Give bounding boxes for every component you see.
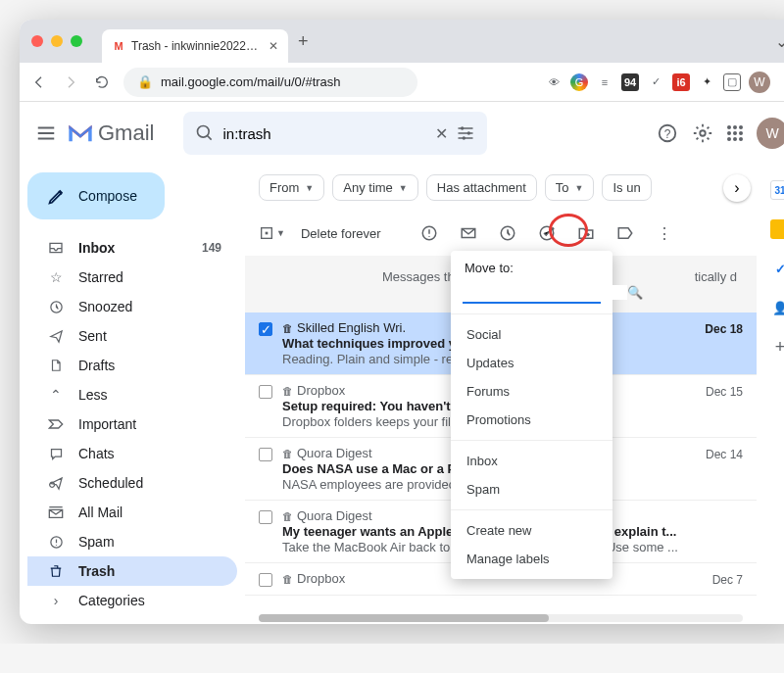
keep-icon[interactable] <box>770 219 784 239</box>
move-option-forums[interactable]: Forums <box>451 377 612 406</box>
sidebar-item-scheduled[interactable]: Scheduled <box>27 468 237 498</box>
fullscreen-window-button[interactable] <box>71 35 82 47</box>
settings-icon[interactable] <box>692 122 713 144</box>
add-task-button[interactable] <box>530 216 564 250</box>
sidebar-item-drafts[interactable]: Drafts <box>27 351 237 380</box>
filter-from[interactable]: From▼ <box>259 174 324 201</box>
sidebar-item-starred[interactable]: ☆Starred <box>27 263 237 292</box>
counter-extension-icon[interactable]: 94 <box>621 73 639 91</box>
reload-button[interactable] <box>92 74 112 90</box>
extensions-puzzle-icon[interactable]: ✦ <box>698 73 715 91</box>
email-checkbox[interactable] <box>259 510 272 524</box>
sidebar-item-managelabels[interactable]: Manage labels <box>27 615 237 624</box>
sidebar-item-snoozed[interactable]: Snoozed <box>27 292 237 321</box>
close-window-button[interactable] <box>31 35 43 47</box>
sidebar-item-sent[interactable]: Sent <box>27 321 237 351</box>
scrollbar-thumb[interactable] <box>259 614 549 622</box>
sidebar-item-allmail[interactable]: All Mail <box>27 498 237 527</box>
back-button[interactable] <box>29 74 49 90</box>
important-icon <box>47 418 65 430</box>
search-options-icon[interactable] <box>456 123 475 143</box>
main-menu-icon[interactable] <box>35 122 57 144</box>
select-all-checkbox[interactable]: ▼ <box>259 225 285 241</box>
trash-icon: 🗑 <box>282 448 293 459</box>
close-tab-icon[interactable]: ✕ <box>269 39 278 53</box>
google-extension-icon[interactable]: G <box>570 73 588 91</box>
email-checkbox[interactable] <box>259 448 272 461</box>
report-spam-button[interactable] <box>413 216 446 250</box>
horizontal-scrollbar[interactable] <box>259 614 743 622</box>
filter-anytime[interactable]: Any time▼ <box>332 174 418 201</box>
search-icon <box>195 123 215 143</box>
trash-icon <box>47 563 65 579</box>
pencil-icon <box>47 186 67 206</box>
forward-button[interactable] <box>61 74 80 90</box>
tab-title: Trash - inkwinnie2022@gmail.c <box>131 39 263 53</box>
move-to-button[interactable] <box>569 216 603 250</box>
move-option-create[interactable]: Create new <box>451 516 612 545</box>
chevron-down-icon: ▼ <box>575 183 584 193</box>
minimize-window-button[interactable] <box>51 35 63 47</box>
svg-point-1 <box>461 126 464 129</box>
svg-point-6 <box>700 130 706 136</box>
more-button[interactable]: ⋮ <box>648 216 681 250</box>
contacts-icon[interactable]: 👤 <box>770 298 784 317</box>
tab-strip: M Trash - inkwinnie2022@gmail.c ✕ <box>102 20 288 63</box>
move-option-inbox[interactable]: Inbox <box>451 447 612 475</box>
gear-icon <box>47 623 65 625</box>
chevron-down-icon: ▼ <box>305 183 314 193</box>
sidebar-item-categories[interactable]: ›Categories <box>27 586 237 615</box>
move-option-manage[interactable]: Manage labels <box>451 545 612 573</box>
account-avatar[interactable]: W <box>757 118 784 149</box>
gmail-logo[interactable]: Gmail <box>67 120 154 146</box>
trash-icon: 🗑 <box>282 322 293 334</box>
email-checkbox[interactable] <box>259 385 272 399</box>
labels-button[interactable] <box>609 216 642 250</box>
move-option-promotions[interactable]: Promotions <box>451 406 612 434</box>
filter-bar: From▼ Any time▼ Has attachment To▼ Is un… <box>245 165 757 211</box>
sidebar-item-trash[interactable]: Trash <box>27 556 237 586</box>
window-menu-icon[interactable]: ⌄ <box>775 32 784 51</box>
support-icon[interactable]: ? <box>657 122 678 144</box>
email-checkbox[interactable] <box>259 573 272 587</box>
search-input[interactable] <box>222 125 427 142</box>
calendar-icon[interactable]: 31 <box>770 180 784 200</box>
filter-isunread[interactable]: Is un <box>602 174 651 201</box>
compose-button[interactable]: Compose <box>27 172 165 219</box>
delete-forever-button[interactable]: Delete forever <box>291 226 391 241</box>
tasks-icon[interactable]: ✓ <box>770 259 784 278</box>
browser-tab[interactable]: M Trash - inkwinnie2022@gmail.c ✕ <box>102 29 288 63</box>
sidebar-item-chats[interactable]: Chats <box>27 439 237 468</box>
move-option-spam[interactable]: Spam <box>451 475 612 504</box>
scheduled-icon <box>47 476 65 491</box>
popover-search[interactable]: 🔍 <box>463 283 601 304</box>
email-checkbox[interactable]: ✓ <box>259 322 272 336</box>
mark-read-button[interactable] <box>452 216 485 250</box>
eye-extension-icon[interactable]: 👁 <box>545 73 563 91</box>
new-tab-button[interactable]: + <box>298 31 309 52</box>
browser-menu-icon[interactable]: ⋮ <box>778 72 784 91</box>
google-apps-icon[interactable] <box>727 125 743 141</box>
sidebar-item-spam[interactable]: Spam <box>27 527 237 556</box>
sidebar: Compose Inbox149 ☆Starred Snoozed Sent D… <box>20 165 245 624</box>
url-bar[interactable]: 🔒 mail.google.com/mail/u/0/#trash <box>123 68 417 97</box>
checklist-extension-icon[interactable]: ✓ <box>647 73 664 91</box>
red-extension-icon[interactable]: i6 <box>672 73 690 91</box>
clear-search-icon[interactable]: ✕ <box>435 124 448 143</box>
popover-search-input[interactable] <box>463 285 627 300</box>
filters-scroll-right[interactable]: › <box>723 174 751 202</box>
sidebar-item-important[interactable]: Important <box>27 409 237 439</box>
search-bar[interactable]: ✕ <box>183 112 487 155</box>
filter-to[interactable]: To▼ <box>545 174 595 201</box>
filter-hasattachment[interactable]: Has attachment <box>426 174 537 201</box>
sidebar-item-inbox[interactable]: Inbox149 <box>27 233 237 263</box>
move-option-social[interactable]: Social <box>451 320 612 349</box>
addons-plus-icon[interactable]: + <box>770 337 784 357</box>
reader-extension-icon[interactable]: ▢ <box>723 73 741 91</box>
snooze-button[interactable] <box>491 216 524 250</box>
list-extension-icon[interactable]: ≡ <box>596 73 613 91</box>
profile-avatar-small[interactable]: W <box>749 72 770 93</box>
move-option-updates[interactable]: Updates <box>451 349 612 377</box>
svg-point-0 <box>198 126 210 138</box>
sidebar-item-less[interactable]: ⌃Less <box>27 380 237 409</box>
